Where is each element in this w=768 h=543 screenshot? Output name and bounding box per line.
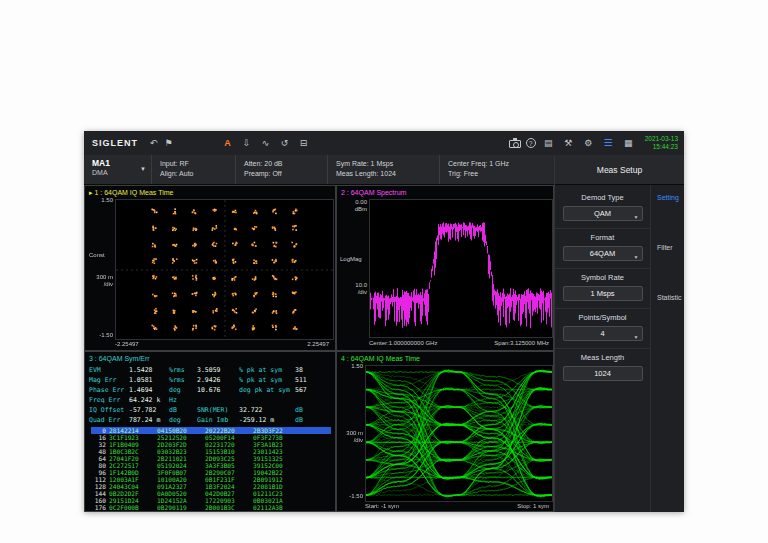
panel-body: Demod Type QAM ▼ Format 64QAM ▼	[555, 185, 684, 512]
status-line: Meas Length: 1024	[336, 169, 433, 179]
menu-icon[interactable]: ☰	[601, 135, 616, 151]
spectrum-plot[interactable]	[369, 199, 553, 338]
settings-gear-icon[interactable]: ⚙	[581, 135, 596, 151]
symbol-hex-table: 02814221404150B2020222B202B3D3F22163C1F1…	[91, 427, 331, 511]
symbol-hex-group: 15153B10	[205, 448, 253, 455]
file-icon[interactable]: ▤	[541, 135, 556, 151]
status-line: Atten: 20 dB	[244, 159, 321, 169]
symbol-table-row[interactable]: 1440B2D2D2F0A0D0520042D0B2701211C23	[91, 490, 331, 497]
symbol-hex-group: 03032B23	[157, 448, 205, 455]
symbol-table-row[interactable]: 163C1F19232521252005200F140F3F273B	[91, 434, 331, 441]
tab-statistic[interactable]: Statistic	[657, 294, 684, 301]
symbol-index: 112	[91, 476, 109, 483]
scale-label: 300 m	[339, 430, 363, 437]
axis-name-label: Const	[89, 252, 105, 259]
vector-signal-analyzer-window: SIGLENT ↶ ⚑ A ⇩ ∿ ↺ ⊟ ? ▤ ⚒ ⚙ ☰ ▦ 2021-0…	[84, 131, 684, 512]
constellation-plot[interactable]	[115, 199, 334, 340]
metric-cell: deg pk at sym	[239, 385, 295, 395]
group-symbol-rate: Symbol Rate 1 Msps	[555, 269, 650, 309]
group-label: Meas Length	[555, 353, 650, 363]
mode-selector[interactable]: MA1 DMA ▼	[84, 155, 152, 184]
metric-cell: 10.676	[197, 385, 239, 395]
save-icon[interactable]: ⇩	[239, 135, 254, 151]
symbol-table-row[interactable]: 1760C2F000B0B2901192B001B3C02112A3B	[91, 504, 331, 511]
tab-setting[interactable]: Setting	[657, 194, 684, 201]
field-value: 1 Msps	[590, 289, 614, 298]
status-line: Input: RF	[160, 159, 229, 169]
symbol-table-row[interactable]: 16029151D241D24152A172209030B03021A	[91, 497, 331, 504]
symbol-hex-group: 19042B22	[253, 469, 301, 476]
metric-cell	[239, 395, 295, 405]
symbol-table-row[interactable]: 02814221404150B2020222B202B3D3F22	[91, 427, 331, 434]
scale-div-label: /div	[339, 289, 367, 296]
axis-name-label: LogMag	[340, 256, 362, 263]
meas-setup-panel: Meas Setup Demod Type QAM ▼ Format 64QAM	[554, 155, 684, 512]
metric-cell	[197, 395, 239, 405]
window-title-text: 3 : 64QAM Sym/Err	[89, 355, 150, 362]
metric-cell: deg	[169, 415, 197, 425]
x-axis-right-label: 2.25497	[307, 341, 329, 348]
panel-tabs: Setting Filter Statistic	[650, 185, 684, 512]
format-dropdown[interactable]: 64QAM ▼	[563, 246, 643, 261]
eye-diagram-plot[interactable]	[365, 365, 553, 502]
metric-cell	[295, 395, 333, 405]
help-icon[interactable]: ?	[526, 138, 536, 148]
window-title-text: 1 : 64QAM IQ Meas Time	[94, 189, 173, 196]
symbol-hex-group: 2B211021	[157, 455, 205, 462]
clock: 2021-03-13 15:44:23	[645, 135, 680, 151]
window-spectrum[interactable]: 2 : 64QAM Spectrum 0.00 dBm LogMag 10.0 …	[336, 185, 554, 351]
symbol-index: 32	[91, 441, 109, 448]
signal-icon[interactable]: ∿	[258, 135, 273, 151]
window-sym-err[interactable]: 3 : 64QAM Sym/Err EVM1.5428%rms3.5059% p…	[84, 351, 336, 512]
symbol-table-row[interactable]: 961F142B0D3F0F0B072B290C0719042B22	[91, 469, 331, 476]
chevron-down-icon: ▼	[140, 166, 146, 172]
tab-filter[interactable]: Filter	[657, 244, 684, 251]
symbol-hex-group: 2D093C25	[205, 455, 253, 462]
tools-icon[interactable]: ⚒	[561, 135, 576, 151]
symbol-hex-group: 042D0B27	[205, 490, 253, 497]
symbol-table-row[interactable]: 12824043C04091A23271B3F202422081B1D	[91, 483, 331, 490]
symbol-table-row[interactable]: 321F1B04092D203F2D022317203F3A1B23	[91, 441, 331, 448]
apps-grid-icon[interactable]: ▦	[621, 135, 636, 151]
symbol-hex-group: 3F3A1B23	[253, 441, 301, 448]
auto-tune-icon[interactable]: A	[220, 135, 235, 151]
symbol-table-row[interactable]: 802C272517051920243A3F3B0539152C00	[91, 462, 331, 469]
siglent-logo: SIGLENT	[92, 138, 138, 148]
symbol-rate-field[interactable]: 1 Msps	[563, 286, 643, 301]
active-window-marker: ▸	[89, 189, 93, 196]
symbol-table-row[interactable]: 6427041F202B2110212D093C2539151325	[91, 455, 331, 462]
group-label: Demod Type	[555, 193, 650, 203]
demod-type-dropdown[interactable]: QAM ▼	[563, 206, 643, 221]
symbol-table-row[interactable]: 481B0C3B2C03032B2315153B1023011423	[91, 448, 331, 455]
screenshot-camera-icon[interactable]	[509, 140, 521, 148]
symbol-hex-group: 1B3F2024	[205, 483, 253, 490]
window-constellation[interactable]: ▸ 1 : 64QAM IQ Meas Time 1.50 Const 300 …	[84, 185, 336, 351]
symbol-hex-group: 2B3D3F22	[253, 427, 301, 434]
points-per-symbol-dropdown[interactable]: 4 ▼	[563, 326, 643, 341]
symbol-hex-group: 3C1F1923	[109, 434, 157, 441]
symbol-hex-group: 04150B20	[157, 427, 205, 434]
symbol-hex-group: 0F3F273B	[253, 434, 301, 441]
symbol-index: 64	[91, 455, 109, 462]
symbol-hex-group: 0C2F000B	[109, 504, 157, 511]
metric-cell: dB	[295, 405, 333, 415]
display-icon[interactable]: ⊟	[296, 135, 311, 151]
symbol-index: 128	[91, 483, 109, 490]
symbol-hex-group: 2B290C07	[205, 469, 253, 476]
flag-icon[interactable]: ⚑	[161, 135, 176, 151]
metric-cell: dB	[169, 405, 197, 415]
symbol-hex-group: 24043C04	[109, 483, 157, 490]
y-axis-top-label: 1.50	[87, 197, 113, 204]
undo-icon[interactable]: ↶	[146, 135, 161, 151]
window-title: 2 : 64QAM Spectrum	[341, 188, 406, 197]
desktop: SIGLENT ↶ ⚑ A ⇩ ∿ ↺ ⊟ ? ▤ ⚒ ⚙ ☰ ▦ 2021-0…	[0, 0, 768, 543]
symbol-table-row[interactable]: 11212003A1F10100A200B1F231F2B091912	[91, 476, 331, 483]
symbol-hex-group: 091A2327	[157, 483, 205, 490]
history-icon[interactable]: ↺	[277, 135, 292, 151]
window-eye-diagram[interactable]: 4 : 64QAM IQ Meas Time 1.50 300 m /div -…	[336, 351, 554, 512]
top-toolbar: SIGLENT ↶ ⚑ A ⇩ ∿ ↺ ⊟ ? ▤ ⚒ ⚙ ☰ ▦ 2021-0…	[84, 131, 684, 155]
meas-length-field[interactable]: 1024	[563, 366, 643, 381]
metric-cell: % pk at sym	[239, 375, 295, 385]
symbol-hex-group: 01211C23	[253, 490, 301, 497]
scale-label: 10.0	[339, 282, 367, 289]
